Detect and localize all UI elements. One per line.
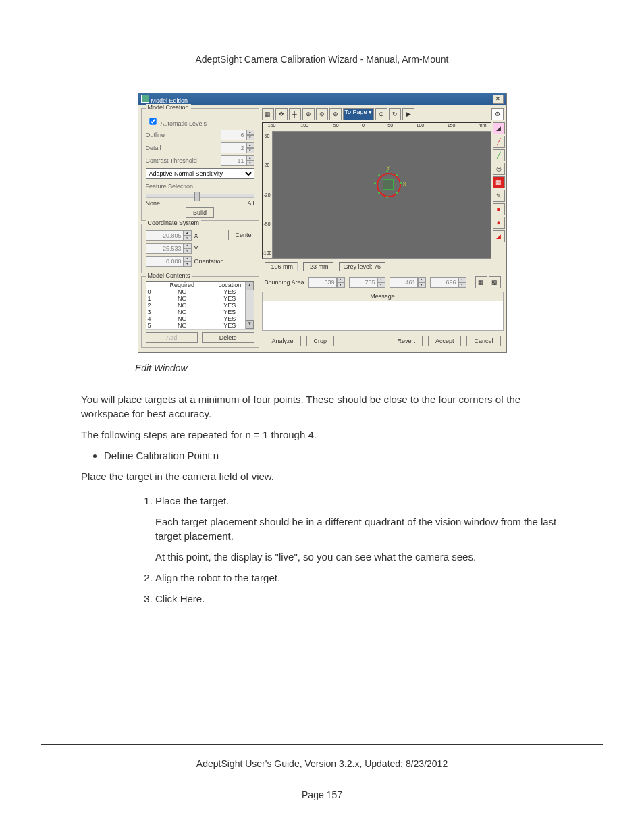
table-row[interactable]: 0NOYES [146, 288, 254, 295]
bounding-label: Bounding Area [265, 279, 304, 286]
target-marker: X Y [377, 173, 398, 194]
square-icon[interactable]: ■ [493, 203, 505, 215]
zoom-mode-select[interactable]: To Page ▾ [343, 108, 375, 120]
ba-2[interactable]: ▴▾ [349, 277, 385, 288]
page-number: Page 157 [0, 789, 644, 800]
camera-viewport[interactable]: -150-100-50050100150mm 5020-20-50-100 X … [262, 122, 491, 259]
cancel-button[interactable]: Cancel [466, 336, 500, 346]
step-3: Click Here. [155, 592, 563, 606]
table-row[interactable]: 6NOYES [146, 329, 254, 330]
brush-icon[interactable]: ✎ [493, 190, 505, 202]
window-titlebar: Model Edition × [138, 93, 506, 105]
table-row[interactable]: 5NOYES [146, 322, 254, 329]
group-title: Coordinate System [146, 219, 202, 226]
contents-table[interactable]: RequiredLocation 0NOYES1NOYES2NOYES3NOYE… [146, 281, 254, 330]
zoom-icon[interactable]: ⊙ [316, 108, 328, 120]
orientation-spinner[interactable]: ▴▾ [146, 256, 192, 267]
pen-red-icon[interactable]: ╱ [493, 136, 505, 148]
close-icon[interactable]: × [493, 95, 504, 104]
scrollbar[interactable]: ▴▾ [245, 282, 254, 329]
eraser-icon[interactable]: ◢ [493, 122, 505, 134]
center-button[interactable]: Center [228, 230, 261, 240]
x-label: X [194, 232, 198, 239]
crop-button[interactable]: Crop [306, 336, 335, 346]
target-icon[interactable]: ◎ [493, 163, 505, 175]
settings-icon[interactable]: ⚙ [491, 108, 504, 120]
pan-icon[interactable]: ✥ [275, 108, 288, 120]
group-title: Model Creation [146, 104, 191, 111]
outline-label: Outline [146, 132, 165, 138]
build-button[interactable]: Build [186, 207, 214, 218]
tool-icon[interactable]: ▦ [262, 108, 274, 120]
footer-text: AdeptSight User's Guide, Version 3.2.x, … [0, 758, 644, 769]
zoom-fit-icon[interactable]: ⊙ [375, 108, 387, 120]
step-1-sub2: At this point, the display is "live", so… [155, 550, 563, 564]
table-row[interactable]: 3NOYES [146, 309, 254, 315]
model-contents-group: Model Contents RequiredLocation 0NOYES1N… [141, 276, 259, 348]
edit-window-screenshot: Model Edition × Model Creation Automatic… [138, 93, 507, 353]
add-button[interactable]: Add [146, 332, 198, 343]
ba-4[interactable]: ▴▾ [430, 277, 466, 288]
automatic-levels-checkbox[interactable]: Automatic Levels [146, 115, 207, 128]
detail-label: Detail [146, 145, 161, 151]
ruler-left: 5020-20-50-100 [263, 131, 273, 258]
zoom-in-icon[interactable]: ⊕ [302, 108, 315, 120]
step-2: Align the robot to the target. [155, 571, 563, 585]
message-box: Message [262, 292, 504, 331]
ba-3[interactable]: ▴▾ [390, 277, 426, 288]
feature-slider[interactable] [146, 194, 254, 198]
y-spinner[interactable]: ▴▾ [146, 243, 192, 254]
rotate-icon[interactable]: ↻ [389, 108, 401, 120]
ba-1[interactable]: ▴▾ [308, 277, 345, 288]
y-label: Y [194, 245, 198, 252]
sensitivity-select[interactable]: Adaptive Normal Sensitivity [146, 168, 254, 179]
table-row[interactable]: 4NOYES [146, 315, 254, 322]
grid-small-icon[interactable]: ▩ [489, 276, 501, 288]
none-label: None [146, 200, 161, 207]
table-row[interactable]: 1NOYES [146, 295, 254, 302]
crosshair-icon[interactable]: ┼ [289, 108, 301, 120]
pen-green-icon[interactable]: ╱ [493, 149, 505, 161]
status-y: -23 mm [303, 262, 333, 271]
analyze-button[interactable]: Analyze [265, 336, 301, 346]
footer-rule [41, 744, 603, 745]
bullet-define: Define Calibration Point n [104, 448, 563, 463]
accept-button[interactable]: Accept [428, 336, 462, 346]
model-creation-group: Model Creation Automatic Levels Outline … [141, 108, 259, 221]
orientation-label: Orientation [194, 258, 224, 265]
grid-icon[interactable]: ▦ [493, 176, 505, 188]
status-grey: Grey level: 76 [339, 262, 386, 271]
viewport-toolbar: ▦ ✥ ┼ ⊕ ⊙ ⊖ To Page ▾ ⊙ ↻ ▶ [262, 108, 490, 120]
step-1-sub1: Each target placement should be in a dif… [155, 515, 563, 543]
grid-large-icon[interactable]: ▦ [475, 276, 487, 288]
axis-x-label: X [402, 181, 406, 187]
sub-place-target: Place the target in the camera field of … [81, 469, 563, 484]
body-p1: You will place targets at a minimum of f… [81, 392, 563, 421]
x-spinner[interactable]: ▴▾ [146, 230, 192, 241]
circle-icon[interactable]: ● [493, 217, 505, 229]
message-header: Message [263, 292, 503, 301]
detail-spinner[interactable]: ▴▾ [221, 142, 254, 153]
ruler-top: -150-100-50050100150mm [263, 123, 491, 132]
step-1: Place the target. Each target placement … [155, 494, 563, 564]
feature-selection-label: Feature Selection [146, 183, 194, 190]
coordinate-system-group: Coordinate System ▴▾X ▴▾Y ▴▾Orientation … [141, 224, 259, 273]
status-bar: -106 mm -23 mm Grey level: 76 [262, 261, 504, 273]
delete-button[interactable]: Delete [202, 332, 254, 343]
group-title: Model Contents [146, 272, 192, 279]
pointer-icon[interactable]: ▶ [402, 108, 414, 120]
side-toolbar: ◢ ╱ ╱ ◎ ▦ ✎ ■ ● ◢ [493, 122, 504, 259]
all-label: All [247, 200, 254, 207]
zoom-out-icon[interactable]: ⊖ [329, 108, 342, 120]
action-buttons: Analyze Crop Revert Accept Cancel [262, 333, 504, 349]
outline-spinner[interactable]: ▴▾ [221, 130, 254, 140]
bounding-area-row: Bounding Area ▴▾ ▴▾ ▴▾ ▴▾ ▦ ▩ [262, 275, 504, 290]
page-header: AdeptSight Camera Calibration Wizard - M… [41, 54, 603, 65]
triangle-icon[interactable]: ◢ [493, 230, 505, 242]
contrast-spinner[interactable]: ▴▾ [221, 155, 254, 166]
table-row[interactable]: 2NOYES [146, 302, 254, 309]
revert-button[interactable]: Revert [390, 336, 423, 346]
figure-caption: Edit Window [135, 363, 603, 373]
status-x: -106 mm [265, 262, 298, 271]
body-p2: The following steps are repeated for n =… [81, 427, 563, 442]
